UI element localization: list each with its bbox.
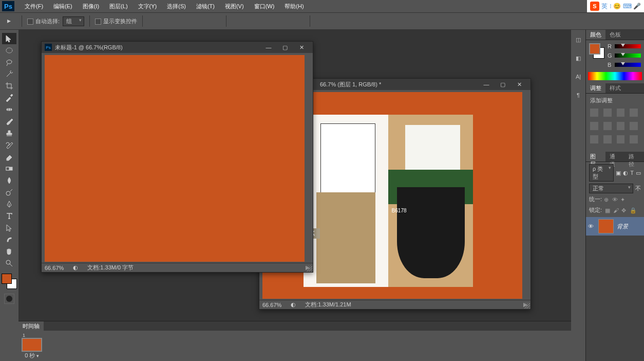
swatches-tab[interactable]: 色板 <box>605 30 625 40</box>
filter-shape-icon[interactable]: ▭ <box>636 170 641 176</box>
menu-select[interactable]: 选择(S) <box>162 1 191 12</box>
distribute-hcenter-icon[interactable] <box>281 15 292 27</box>
spectrum-bar[interactable] <box>588 72 642 80</box>
doc1-minimize-button[interactable]: — <box>260 43 277 52</box>
blur-tool[interactable] <box>2 175 16 186</box>
eyedropper-tool[interactable] <box>2 92 16 103</box>
doc2-minimize-button[interactable]: — <box>478 80 495 89</box>
lock-all-icon[interactable]: 🔒 <box>630 207 636 213</box>
heal-tool[interactable] <box>2 104 16 115</box>
unify-pos-icon[interactable]: ⊕ <box>604 196 610 203</box>
adj-curves-icon[interactable] <box>617 109 625 117</box>
doc2-zoom[interactable]: 66.67% <box>262 302 281 308</box>
align-hcenter-icon[interactable] <box>197 15 209 27</box>
layer-visibility-icon[interactable]: 👁 <box>588 223 595 229</box>
unify-style-icon[interactable]: ✦ <box>620 196 627 203</box>
doc2-maximize-button[interactable]: ▢ <box>495 80 511 89</box>
menu-window[interactable]: 窗口(W) <box>249 1 280 12</box>
type-tool[interactable] <box>2 210 16 222</box>
lock-pixel-icon[interactable]: 🖌 <box>613 207 619 213</box>
gradient-tool[interactable] <box>2 163 16 174</box>
menu-type[interactable]: 文字(Y) <box>133 1 162 12</box>
frame-thumbnail[interactable] <box>22 338 42 352</box>
b-slider[interactable] <box>615 63 641 67</box>
menu-layer[interactable]: 图层(L) <box>104 1 132 12</box>
adj-invert-icon[interactable] <box>630 135 638 143</box>
r-slider[interactable] <box>615 44 641 48</box>
foreground-color-swatch[interactable] <box>2 274 12 284</box>
adj-lookup-icon[interactable] <box>617 135 625 143</box>
color-panel-swatches[interactable] <box>589 43 604 59</box>
auto-select-target-dropdown[interactable]: 组 <box>63 16 84 26</box>
menu-view[interactable]: 视图(V) <box>220 1 249 12</box>
doc1-zoom[interactable]: 66.67% <box>45 265 64 271</box>
lasso-tool[interactable] <box>2 57 16 68</box>
hand-tool[interactable] <box>2 246 16 257</box>
frame-duration[interactable]: 0 秒 ▾ <box>25 352 39 359</box>
timeline-tab[interactable]: 时间轴 <box>18 321 44 331</box>
pen-tool[interactable] <box>2 198 16 210</box>
eraser-tool[interactable] <box>2 151 16 163</box>
layer-name[interactable]: 背景 <box>617 223 628 230</box>
lock-pos-icon[interactable]: ✥ <box>621 207 628 213</box>
adj-brightness-icon[interactable] <box>590 109 598 117</box>
distribute-left-icon[interactable] <box>269 15 280 27</box>
adj-mixer-icon[interactable] <box>603 135 612 143</box>
color-swatches[interactable] <box>2 274 17 289</box>
adj-exposure-icon[interactable] <box>630 109 638 117</box>
zoom-tool[interactable] <box>2 258 16 269</box>
layers-tab[interactable]: 图层 <box>586 152 605 161</box>
layer-filter-dropdown[interactable]: ρ 类型 <box>589 164 614 182</box>
doc1-close-button[interactable]: ✕ <box>293 43 310 52</box>
align-top-icon[interactable] <box>148 15 159 27</box>
wand-tool[interactable] <box>2 68 16 80</box>
paragraph-panel-icon[interactable]: ¶ <box>574 91 583 100</box>
menu-help[interactable]: 帮助(H) <box>279 1 309 12</box>
distribute-vcenter-icon[interactable] <box>244 15 255 27</box>
doc1-canvas[interactable] <box>45 55 305 262</box>
doc1-titlebar[interactable]: Ps 未标题-1 @ 66.7%(RGB/8) — ▢ ✕ <box>42 42 313 53</box>
layer-thumbnail[interactable] <box>598 219 614 233</box>
lock-trans-icon[interactable]: ▦ <box>605 207 611 213</box>
distribute-bottom-icon[interactable] <box>256 15 268 27</box>
stamp-tool[interactable] <box>2 128 16 139</box>
auto-align-icon[interactable] <box>315 15 327 27</box>
quickmask-toggle[interactable] <box>4 294 14 304</box>
move-tool[interactable] <box>2 33 16 44</box>
align-vcenter-icon[interactable] <box>160 15 172 27</box>
adj-bw-icon[interactable] <box>630 122 638 130</box>
g-slider[interactable] <box>615 53 641 58</box>
character-panel-icon[interactable]: A| <box>574 72 583 81</box>
doc2-resize-grip[interactable] <box>524 302 530 309</box>
history-brush-tool[interactable] <box>2 139 16 151</box>
layer-item-background[interactable]: 👁 背景 <box>586 217 644 236</box>
marquee-tool[interactable] <box>2 45 16 56</box>
crop-tool[interactable] <box>2 80 16 92</box>
filter-pixel-icon[interactable]: ▣ <box>616 170 621 176</box>
filter-type-icon[interactable]: T <box>630 170 634 176</box>
adj-balance-icon[interactable] <box>617 122 625 130</box>
menu-image[interactable]: 图像(I) <box>78 1 104 12</box>
properties-panel-icon[interactable]: ◧ <box>574 53 583 63</box>
adj-levels-icon[interactable] <box>603 109 612 117</box>
paths-tab[interactable]: 路径 <box>624 152 644 161</box>
menu-file[interactable]: 文件(F) <box>20 1 48 12</box>
doc1-maximize-button[interactable]: ▢ <box>277 43 293 52</box>
auto-select-checkbox[interactable]: 自动选择: <box>27 17 60 25</box>
path-select-tool[interactable] <box>2 222 16 233</box>
align-right-icon[interactable] <box>210 15 221 27</box>
adj-hue-icon[interactable] <box>603 122 612 130</box>
adj-vibrance-icon[interactable] <box>590 122 598 130</box>
channels-tab[interactable]: 通道 <box>605 152 625 161</box>
filter-adjust-icon[interactable]: ◐ <box>623 170 628 176</box>
history-panel-icon[interactable]: ◫ <box>574 35 583 44</box>
adj-photo-icon[interactable] <box>590 135 598 143</box>
dodge-tool[interactable] <box>2 187 16 198</box>
adjustments-tab[interactable]: 调整 <box>586 83 605 93</box>
distribute-top-icon[interactable] <box>232 15 243 27</box>
timeline-frame-1[interactable]: 1 0 秒 ▾ <box>22 333 42 359</box>
brush-tool[interactable] <box>2 116 16 127</box>
color-tab[interactable]: 颜色 <box>586 30 605 40</box>
styles-tab[interactable]: 样式 <box>605 83 625 93</box>
distribute-right-icon[interactable] <box>293 15 305 27</box>
